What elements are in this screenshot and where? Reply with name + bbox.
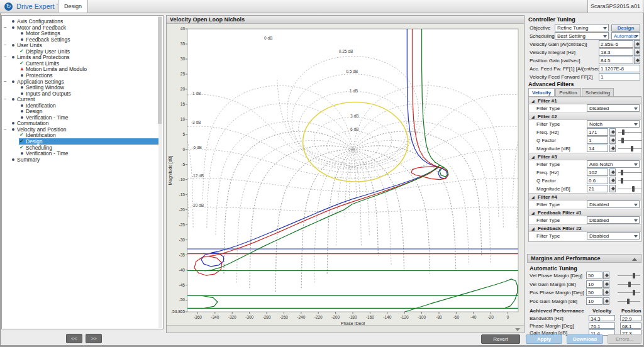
tree-item-summary[interactable]: Summary [2,157,159,163]
tree-item-design[interactable]: ✔Design [2,138,159,145]
tree-item-axis-configurations[interactable]: Axis Configurations [2,18,159,25]
download-button[interactable]: Download [567,334,603,344]
expand-strip-icon[interactable] [515,328,520,331]
nav-back-button[interactable]: << [66,334,82,343]
filter-param-input[interactable]: 171 [587,128,608,136]
margin-slider[interactable] [618,289,640,296]
filter-group-header[interactable]: ◢Filter #4 [529,193,641,201]
slider-handle[interactable] [628,282,631,287]
field-spinner[interactable] [634,40,640,48]
spin-down-icon[interactable] [605,275,609,277]
field-value-input[interactable]: 1 [599,73,640,80]
margins-performance-header[interactable]: Margins and Performance [527,254,641,263]
tree-item-velocity-and-position[interactable]: −Velocity and Position [2,126,159,133]
filter-param-spinner[interactable] [609,185,616,192]
slider-handle[interactable] [621,170,623,175]
margin-spinner[interactable] [603,289,609,296]
design-button[interactable]: Design [611,24,640,32]
tree-item-current[interactable]: −Current [2,96,159,102]
slider-handle[interactable] [621,138,624,143]
spin-down-icon[interactable] [636,52,640,54]
field-value-input[interactable]: 1.1207E-8 [599,65,640,72]
spin-down-icon[interactable] [605,301,609,303]
tree-item-inputs-and-outputs[interactable]: Inputs and Outputs [2,91,159,97]
margin-spinner[interactable] [603,280,609,288]
tree-item-scheduling[interactable]: ✔Scheduling [2,145,159,151]
filter-param-spinner[interactable] [609,128,616,136]
nav-forward-button[interactable]: >> [86,334,102,343]
spin-down-icon[interactable] [611,180,615,182]
tree-item-display-user-units[interactable]: ✔Display User Units [2,48,159,55]
collapse-toggle-icon[interactable]: − [4,96,7,102]
filter-param-slider[interactable] [618,185,642,192]
filter-type-dropdown[interactable]: Disabled [587,216,640,224]
tree-item-verification-time[interactable]: Verification - Time [2,114,159,121]
spin-down-icon[interactable] [605,292,609,294]
tree-scrollbar[interactable] [158,16,162,328]
spin-down-icon[interactable] [611,140,615,142]
spin-down-icon[interactable] [611,148,615,150]
filter-type-dropdown[interactable]: Disabled [587,104,640,112]
slider-handle[interactable] [622,129,625,135]
tree-item-verification-time[interactable]: Verification - Time [2,150,159,157]
slider-handle[interactable] [633,290,635,295]
spin-down-icon[interactable] [611,189,615,190]
tree-item-limits-and-protections[interactable]: −Limits and Protections [2,54,159,60]
tree-item-design[interactable]: Design [2,108,159,114]
filter-group-header[interactable]: ◢Feedback Filter #2 [529,224,641,232]
field-value-input[interactable]: 84.5 [599,57,633,64]
tree-item-application-settings[interactable]: −Application Settings [2,79,159,85]
margin-value-input[interactable]: 50 [586,272,602,279]
filter-type-dropdown[interactable]: Notch [587,120,640,128]
slider-handle[interactable] [631,146,633,151]
field-spinner[interactable] [634,48,640,56]
filter-tab-scheduling[interactable]: Scheduling [582,88,614,96]
filter-param-spinner[interactable] [609,145,616,152]
collapse-section-icon[interactable] [632,258,637,261]
margin-value-input[interactable]: 50 [586,289,602,296]
filter-group-header[interactable]: ◢Feedback Filter #1 [529,209,641,216]
filter-group-header[interactable]: ◢Filter #3 [529,153,641,160]
revert-button[interactable]: Revert [481,334,520,344]
field-value-input[interactable]: 18.3 [599,48,633,56]
collapse-toggle-icon[interactable]: − [4,25,7,31]
margin-slider[interactable] [618,297,640,305]
filter-param-input[interactable]: 1 [587,136,608,144]
filter-param-spinner[interactable] [609,177,616,184]
filter-param-spinner[interactable] [609,168,616,176]
tab-file[interactable]: ScaraSPS2015.a01 [587,0,643,13]
tree-scrollbar-thumb[interactable] [158,17,162,124]
filter-param-input[interactable]: 0.6 [587,177,608,184]
tree-item-identification[interactable]: Identification [2,102,159,109]
margin-value-input[interactable]: 10 [586,297,602,305]
slider-handle[interactable] [627,299,630,304]
slider-handle[interactable] [621,178,623,184]
slider-handle[interactable] [633,273,635,278]
tab-design[interactable]: Design [58,0,88,13]
collapse-toggle-icon[interactable]: − [4,126,7,133]
spin-down-icon[interactable] [605,284,609,286]
spin-down-icon[interactable] [611,172,615,174]
filter-param-input[interactable]: 21 [587,185,608,192]
filter-tab-velocity[interactable]: Velocity [528,88,555,96]
margin-spinner[interactable] [603,272,609,279]
margin-slider[interactable] [618,272,640,279]
filter-param-slider[interactable] [618,128,642,136]
field-value-input[interactable]: 2.85E-6 [599,40,633,48]
slider-handle[interactable] [632,186,635,192]
tree-item-motor-settings[interactable]: Motor Settings [2,30,159,36]
collapse-toggle-icon[interactable]: − [4,54,7,60]
tree-item-settling-window[interactable]: Settling Window [2,84,159,91]
filter-param-input[interactable]: 14 [587,145,608,152]
filter-param-slider[interactable] [618,136,642,144]
scheduling-dropdown[interactable]: Best Settling [555,32,609,40]
tree-item-user-units[interactable]: −User Units [2,42,159,48]
filter-type-dropdown[interactable]: Anti-Notch [587,160,640,168]
tree-item-current-limits[interactable]: ✔Current Limits [2,60,159,67]
filter-param-slider[interactable] [618,145,642,152]
margin-spinner[interactable] [603,297,609,305]
tree-item-feedback-settings[interactable]: Feedback Settings [2,36,159,43]
tree-item-commutation[interactable]: Commutation [2,120,159,126]
tree-item-motion-limits-and-modulo[interactable]: ▲Motion Limits and Modulo [2,66,159,72]
nichols-chart[interactable]: 0 dB0.25 dB0.5 dB1 dB3 dB6 dB-1 dB-3 dB-… [167,24,524,326]
